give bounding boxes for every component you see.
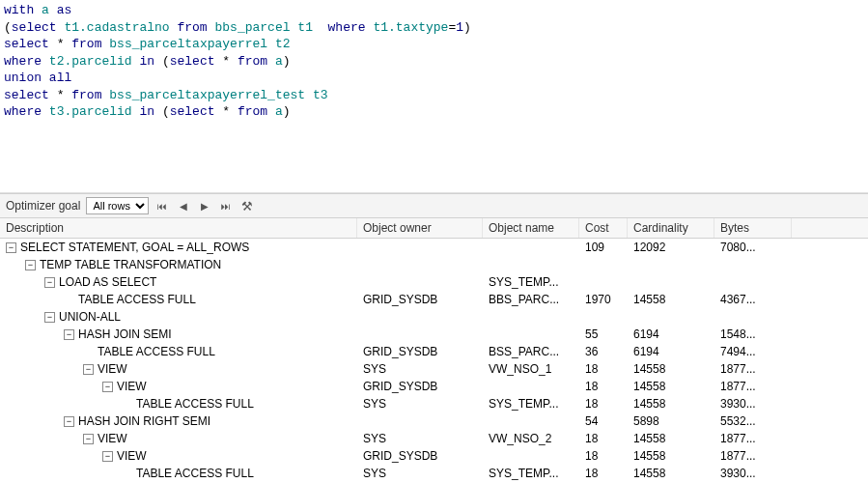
tree-toggle[interactable]: − [83, 434, 94, 444]
plan-owner [357, 281, 483, 283]
plan-description: UNION-ALL [59, 310, 121, 324]
plan-row[interactable]: TABLE ACCESS FULLSYSSYS_TEMP...181455839… [0, 465, 868, 482]
plan-bytes [714, 281, 792, 283]
plan-owner [357, 264, 483, 266]
tree-toggle[interactable]: − [44, 312, 55, 323]
tree-toggle[interactable]: − [64, 329, 74, 340]
plan-bytes: 1877... [714, 379, 792, 394]
plan-description: TABLE ACCESS FULL [98, 345, 215, 358]
plan-card: 14558 [628, 466, 714, 481]
plan-owner: GRID_SYSDB [357, 292, 483, 307]
plan-cost: 54 [579, 413, 628, 429]
plan-owner: SYS [357, 431, 483, 446]
tree-toggle[interactable]: − [83, 364, 94, 375]
plan-description: HASH JOIN SEMI [78, 327, 172, 341]
column-header-objname[interactable]: Object name [483, 218, 579, 238]
plan-owner [357, 333, 483, 335]
plan-cost: 18 [579, 466, 628, 481]
plan-card: 14558 [628, 292, 714, 307]
tree-toggle[interactable]: − [25, 260, 36, 270]
prev-button[interactable]: ◀ [176, 198, 191, 213]
tree-toggle[interactable]: − [6, 242, 16, 253]
plan-row[interactable]: TABLE ACCESS FULLGRID_SYSDBBBS_PARC...19… [0, 291, 868, 308]
plan-owner [357, 246, 483, 248]
plan-objname: BBS_PARC... [483, 292, 579, 307]
plan-card: 5898 [628, 413, 714, 429]
plan-toolbar: Optimizer goal All rows ⏮ ◀ ▶ ⏭ ⚒ [0, 193, 868, 218]
plan-bytes [714, 264, 792, 266]
plan-objname [483, 316, 579, 318]
plan-card: 12092 [628, 240, 714, 255]
plan-row[interactable]: −VIEWSYSVW_NSO_118145581877... [0, 360, 868, 378]
plan-bytes: 4367... [714, 292, 792, 307]
tree-toggle[interactable]: − [102, 382, 113, 392]
plan-bytes: 1548... [714, 327, 792, 342]
plan-row[interactable]: −TEMP TABLE TRANSFORMATION [0, 256, 868, 273]
column-header-owner[interactable]: Object owner [357, 218, 483, 238]
plan-cost: 1970 [579, 292, 628, 307]
plan-description: TEMP TABLE TRANSFORMATION [40, 258, 221, 271]
plan-objname [483, 420, 579, 422]
plan-cost: 18 [579, 396, 628, 412]
plan-bytes: 3930... [714, 396, 792, 412]
plan-description: VIEW [98, 432, 127, 445]
plan-objname: SYS_TEMP... [483, 274, 579, 290]
plan-description: VIEW [117, 449, 147, 463]
plan-description: TABLE ACCESS FULL [78, 293, 196, 306]
plan-row[interactable]: −LOAD AS SELECTSYS_TEMP... [0, 273, 868, 291]
plan-objname [483, 455, 579, 457]
plan-description: LOAD AS SELECT [59, 275, 156, 289]
plan-row[interactable]: −SELECT STATEMENT, GOAL = ALL_ROWS109120… [0, 239, 868, 256]
plan-card: 14558 [628, 361, 714, 377]
plan-owner [357, 420, 483, 422]
plan-description: SELECT STATEMENT, GOAL = ALL_ROWS [20, 241, 249, 254]
plan-cost: 18 [579, 448, 628, 464]
plan-bytes [714, 316, 792, 318]
plan-cost [579, 281, 628, 283]
column-header-bytes[interactable]: Bytes [714, 218, 792, 238]
tree-toggle[interactable]: − [102, 451, 113, 462]
plan-cost [579, 316, 628, 318]
first-button[interactable]: ⏮ [154, 198, 170, 213]
plan-row[interactable]: −VIEWGRID_SYSDB18145581877... [0, 447, 868, 465]
plan-cost: 18 [579, 361, 628, 377]
plan-bytes: 1877... [714, 448, 792, 464]
settings-button[interactable]: ⚒ [239, 198, 255, 213]
plan-objname: VW_NSO_2 [483, 431, 579, 446]
column-header-description[interactable]: Description [0, 218, 357, 238]
last-button[interactable]: ⏭ [218, 198, 234, 213]
plan-row[interactable]: −VIEWGRID_SYSDB18145581877... [0, 378, 868, 395]
plan-row[interactable]: −UNION-ALL [0, 308, 868, 326]
plan-row[interactable]: TABLE ACCESS FULLGRID_SYSDBBSS_PARC...36… [0, 343, 868, 360]
plan-objname [483, 264, 579, 266]
plan-objname: BSS_PARC... [483, 344, 579, 359]
tree-toggle[interactable]: − [44, 277, 55, 288]
optimizer-goal-select[interactable]: All rows [86, 197, 149, 214]
plan-cost: 55 [579, 327, 628, 342]
plan-owner: SYS [357, 361, 483, 377]
plan-card [628, 264, 714, 266]
column-header-cardinality[interactable]: Cardinality [628, 218, 714, 238]
optimizer-goal-label: Optimizer goal [6, 199, 80, 213]
plan-description: VIEW [98, 362, 127, 376]
next-button[interactable]: ▶ [197, 198, 212, 213]
grid-header: Description Object owner Object name Cos… [0, 218, 868, 239]
column-header-cost[interactable]: Cost [579, 218, 628, 238]
plan-card: 6194 [628, 344, 714, 359]
plan-objname [483, 333, 579, 335]
plan-row[interactable]: TABLE ACCESS FULLSYSSYS_TEMP...181455839… [0, 395, 868, 412]
plan-row[interactable]: −HASH JOIN RIGHT SEMI5458985532... [0, 412, 868, 430]
sql-editor[interactable]: with a as(select t1.cadastralno from bbs… [0, 0, 868, 193]
plan-cost: 18 [579, 431, 628, 446]
plan-bytes: 7494... [714, 344, 792, 359]
plan-owner: SYS [357, 466, 483, 481]
tree-toggle[interactable]: − [64, 416, 74, 427]
plan-cost: 18 [579, 379, 628, 394]
plan-card [628, 281, 714, 283]
plan-row[interactable]: −HASH JOIN SEMI5561941548... [0, 326, 868, 343]
plan-objname: SYS_TEMP... [483, 466, 579, 481]
plan-row[interactable]: −VIEWSYSVW_NSO_218145581877... [0, 430, 868, 447]
plan-owner: GRID_SYSDB [357, 448, 483, 464]
plan-description: VIEW [117, 380, 147, 393]
plan-owner: GRID_SYSDB [357, 379, 483, 394]
